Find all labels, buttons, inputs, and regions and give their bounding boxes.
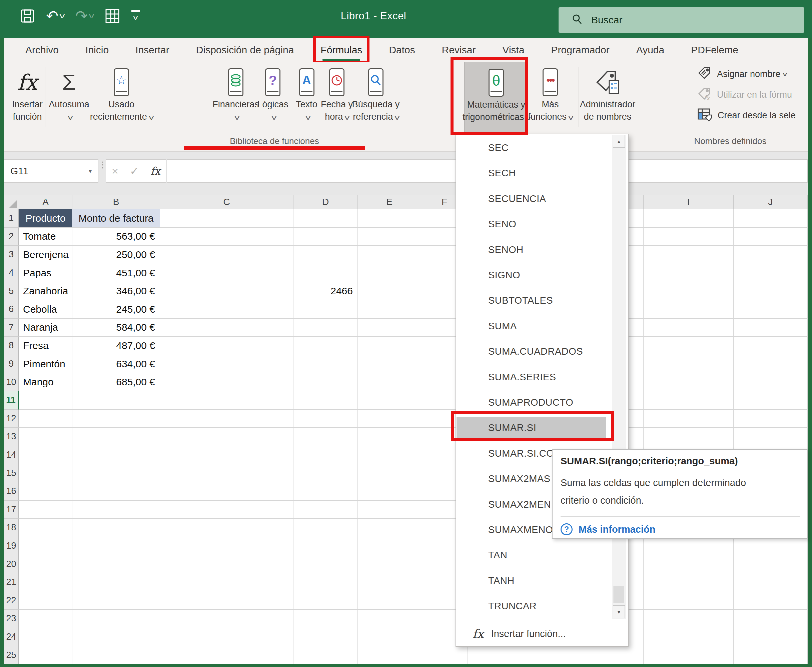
row-header-21[interactable]: 21 xyxy=(4,573,19,592)
customize-quick-access-icon[interactable]: v xyxy=(131,10,140,22)
cell-A24[interactable] xyxy=(19,628,72,646)
scroll-up-icon[interactable]: ▲ xyxy=(613,135,625,148)
cell-I21[interactable] xyxy=(644,573,734,592)
cell-I12[interactable] xyxy=(644,410,734,428)
ribbon-button-fecha-y-hora[interactable]: Fecha yhorav xyxy=(321,61,353,133)
column-header-D[interactable]: D xyxy=(294,195,358,209)
cell-A11[interactable] xyxy=(19,392,72,410)
row-header-7[interactable]: 7 xyxy=(4,319,19,337)
menu-item-SECH[interactable]: SECH xyxy=(457,162,606,184)
cell-B15[interactable] xyxy=(72,464,160,482)
menu-item-SENO[interactable]: SENO xyxy=(457,213,606,236)
row-header-14[interactable]: 14 xyxy=(4,446,19,465)
cell-I7[interactable] xyxy=(644,319,734,337)
cell-A3[interactable]: Berenjena xyxy=(19,246,72,264)
cell-I22[interactable] xyxy=(644,591,734,610)
cell-C21[interactable] xyxy=(160,573,294,592)
cell-D1[interactable] xyxy=(294,209,358,228)
cell-I25[interactable] xyxy=(644,646,734,664)
undo-dropdown-icon[interactable]: v xyxy=(60,12,65,20)
cell-E20[interactable] xyxy=(358,555,421,573)
tab-disposición-de-página[interactable]: Disposición de página xyxy=(183,38,307,61)
cell-D25[interactable] xyxy=(294,646,358,664)
menu-item-SEC[interactable]: SEC xyxy=(457,137,606,159)
cell-E2[interactable] xyxy=(358,228,421,246)
cell-E17[interactable] xyxy=(358,501,421,519)
cell-D17[interactable] xyxy=(294,501,358,519)
row-header-2[interactable]: 2 xyxy=(4,228,19,246)
enter-icon[interactable]: ✓ xyxy=(130,164,139,178)
ribbon-button-administrador-de-nombres[interactable]: Administradorde nombres xyxy=(583,61,632,133)
row-header-23[interactable]: 23 xyxy=(4,610,19,628)
cell-J12[interactable] xyxy=(734,410,808,428)
cell-I8[interactable] xyxy=(644,337,734,355)
cell-I2[interactable] xyxy=(644,228,734,246)
cell-J9[interactable] xyxy=(734,355,808,373)
row-header-16[interactable]: 16 xyxy=(4,482,19,501)
cell-B2[interactable]: 563,00 € xyxy=(72,228,160,246)
ribbon-button-autosuma[interactable]: ΣAutosumav xyxy=(48,61,90,133)
menu-item-SIGNO[interactable]: SIGNO xyxy=(457,264,606,286)
row-header-11[interactable]: 11 xyxy=(4,392,19,410)
menu-item-insertar-funcion[interactable]: fx Insertar función... xyxy=(456,622,628,645)
cell-D10[interactable] xyxy=(294,373,358,392)
cell-B23[interactable] xyxy=(72,610,160,628)
ribbon-button-texto[interactable]: ATextov xyxy=(291,61,322,133)
cell-A10[interactable]: Mango xyxy=(19,373,72,392)
cell-A18[interactable] xyxy=(19,519,72,537)
cell-J5[interactable] xyxy=(734,282,808,300)
row-header-20[interactable]: 20 xyxy=(4,555,19,573)
cell-C20[interactable] xyxy=(160,555,294,573)
undo-button[interactable]: ↶v xyxy=(46,7,64,24)
cell-B20[interactable] xyxy=(72,555,160,573)
cell-D2[interactable] xyxy=(294,228,358,246)
cell-D4[interactable] xyxy=(294,264,358,282)
menu-item-SUMA[interactable]: SUMA xyxy=(457,315,606,337)
cell-D3[interactable] xyxy=(294,246,358,264)
cell-B12[interactable] xyxy=(72,410,160,428)
ribbon-button-mas-funciones[interactable]: •••Másfuncionesv xyxy=(531,61,569,133)
cell-E25[interactable] xyxy=(358,646,421,664)
cell-A19[interactable] xyxy=(19,537,72,555)
cell-J2[interactable] xyxy=(734,228,808,246)
cell-C16[interactable] xyxy=(160,482,294,501)
cell-C24[interactable] xyxy=(160,628,294,646)
cell-H25[interactable] xyxy=(550,646,644,664)
row-header-12[interactable]: 12 xyxy=(4,410,19,428)
cell-E16[interactable] xyxy=(358,482,421,501)
cell-I19[interactable] xyxy=(644,537,734,555)
cell-B21[interactable] xyxy=(72,573,160,592)
cell-B4[interactable]: 451,00 € xyxy=(72,264,160,282)
cell-A5[interactable]: Zanahoria xyxy=(19,282,72,300)
cell-J1[interactable] xyxy=(734,209,808,228)
ribbon-button-busqueda-y-referencia[interactable]: Búsqueda yreferenciav xyxy=(354,61,397,133)
cell-I20[interactable] xyxy=(644,555,734,573)
menu-item-SUMAPRODUCTO[interactable]: SUMAPRODUCTO xyxy=(457,392,606,414)
cell-E10[interactable] xyxy=(358,373,421,392)
column-header-B[interactable]: B xyxy=(72,195,160,209)
cell-E23[interactable] xyxy=(358,610,421,628)
row-header-15[interactable]: 15 xyxy=(4,464,19,482)
cell-F25[interactable] xyxy=(421,646,468,664)
cell-C1[interactable] xyxy=(160,209,294,228)
cell-J22[interactable] xyxy=(734,591,808,610)
save-icon[interactable] xyxy=(20,9,35,23)
cell-A23[interactable] xyxy=(19,610,72,628)
cell-E3[interactable] xyxy=(358,246,421,264)
cell-B5[interactable]: 346,00 € xyxy=(72,282,160,300)
menu-item-TRUNCAR[interactable]: TRUNCAR xyxy=(457,595,606,617)
row-header-25[interactable]: 25 xyxy=(4,646,19,664)
cell-E19[interactable] xyxy=(358,537,421,555)
cell-J7[interactable] xyxy=(734,319,808,337)
cell-J20[interactable] xyxy=(734,555,808,573)
row-header-22[interactable]: 22 xyxy=(4,591,19,610)
cell-E13[interactable] xyxy=(358,428,421,446)
cell-J8[interactable] xyxy=(734,337,808,355)
ribbon-button-insertar-funcion[interactable]: fxInsertarfunción xyxy=(9,61,46,133)
cell-B25[interactable] xyxy=(72,646,160,664)
cell-A7[interactable]: Naranja xyxy=(19,319,72,337)
cell-J10[interactable] xyxy=(734,373,808,392)
cell-D8[interactable] xyxy=(294,337,358,355)
cell-B24[interactable] xyxy=(72,628,160,646)
cell-E22[interactable] xyxy=(358,591,421,610)
